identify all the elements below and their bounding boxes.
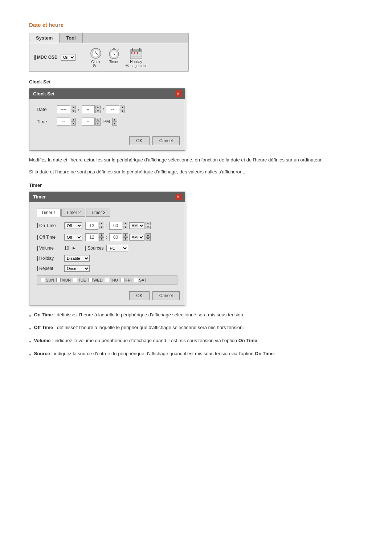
off-time-hour-spinner: 12 ▲ ▼ [85, 233, 104, 241]
day-thu: THU [105, 278, 118, 282]
time-min-up[interactable]: ▲ [95, 118, 101, 122]
timer-on-time-select[interactable]: Off On [64, 222, 82, 229]
timer-ok-button[interactable]: OK [129, 291, 149, 300]
timer-holiday-select[interactable]: Disable Enable [64, 255, 90, 262]
on-time-ampm-down[interactable]: ▼ [146, 226, 151, 229]
day-fri-checkbox[interactable] [120, 278, 124, 282]
date-month-value: ---- [57, 105, 70, 113]
on-time-min-up[interactable]: ▲ [123, 222, 128, 225]
on-time-min-value: 00 [109, 222, 122, 230]
bullet-off-time: • Off Time : définissez l'heure à laquel… [29, 324, 363, 333]
holiday-icon-label: HolidayManagement [126, 60, 147, 68]
timer-volume-arrow[interactable]: ▶ [73, 246, 75, 250]
timer-section-title: Timer [29, 182, 363, 188]
time-ampm-up[interactable]: ▲ [112, 118, 117, 122]
mdc-osd-select[interactable]: On Off [61, 54, 75, 61]
timer-dialog: Timer ✕ Timer 1 Timer 2 Timer 3 On Time … [29, 192, 185, 305]
off-time-hour-arrows: ▲ ▼ [99, 233, 104, 241]
day-fri: FRI [120, 278, 132, 282]
clock-set-icon-item[interactable]: ClockSet [89, 47, 102, 68]
time-ampm-arrows: ▲ ▼ [112, 118, 117, 126]
bullet-dot-2: • [29, 324, 31, 333]
off-time-ampm-up[interactable]: ▲ [146, 233, 151, 237]
timer-close-button[interactable]: ✕ [175, 194, 181, 200]
day-mon: MON [56, 278, 71, 282]
timer-tab-1[interactable]: Timer 1 [37, 209, 61, 217]
off-time-hour-down[interactable]: ▼ [99, 237, 104, 241]
date-month-down[interactable]: ▼ [71, 110, 76, 113]
day-tue: TUE [73, 278, 86, 282]
day-tue-checkbox[interactable] [73, 278, 77, 282]
clock-icon [89, 47, 102, 60]
day-sat-checkbox[interactable] [134, 278, 138, 282]
clock-icon-label: ClockSet [91, 60, 100, 68]
bullet-source-on-time: On Time [255, 351, 274, 356]
clock-set-body: Date ---- ▲ ▼ / -- [29, 99, 185, 135]
time-hour-down[interactable]: ▼ [71, 122, 76, 126]
timer-off-time-select[interactable]: Off On [64, 234, 82, 241]
day-wed-checkbox[interactable] [88, 278, 93, 282]
on-time-ampm-up[interactable]: ▲ [146, 222, 151, 225]
timer-volume-row: Volume 10 ▶ Sources PC HDMI [37, 245, 177, 251]
date-year-up[interactable]: ▲ [120, 106, 125, 109]
timer-sources-label: Sources [85, 246, 103, 251]
off-time-ampm-down[interactable]: ▼ [146, 237, 151, 241]
timer-tabs: Timer 1 Timer 2 Timer 3 [37, 209, 177, 217]
timer-tab-2[interactable]: Timer 2 [61, 209, 85, 217]
date-day-down[interactable]: ▼ [95, 110, 101, 113]
timer-holiday-label: Holiday [37, 256, 61, 261]
bullet-list: • On Time : définissez l'heure à laquell… [29, 311, 363, 360]
off-time-hour-up[interactable]: ▲ [99, 233, 104, 237]
timer-tab-3[interactable]: Timer 3 [86, 209, 110, 217]
clock-ok-button[interactable]: OK [129, 136, 149, 145]
clock-cancel-button[interactable]: Cancel [152, 136, 180, 145]
date-day-spinner: -- ▲ ▼ [82, 105, 101, 113]
date-month-spinner: ---- ▲ ▼ [57, 105, 76, 113]
off-time-ampm-select[interactable]: AM PM [129, 234, 144, 241]
day-wed: WED [88, 278, 103, 282]
bullet-on-time-term: On Time [34, 312, 53, 317]
svg-point-19 [131, 52, 132, 54]
svg-point-20 [134, 52, 135, 54]
date-year-down[interactable]: ▼ [120, 110, 125, 113]
timer-body: Timer 1 Timer 2 Timer 3 On Time Off On 1… [29, 202, 185, 290]
timer-repeat-select[interactable]: Once Daily Weekly [64, 265, 90, 272]
day-fri-label: FRI [125, 278, 132, 282]
date-month-up[interactable]: ▲ [71, 106, 76, 109]
timer-sources-select[interactable]: PC HDMI [106, 245, 128, 251]
on-time-hour-up[interactable]: ▲ [99, 222, 104, 225]
off-time-min-up[interactable]: ▲ [123, 233, 128, 237]
date-year-arrows: ▲ ▼ [120, 106, 125, 113]
on-time-ampm-select[interactable]: AM PM [129, 222, 144, 229]
time-min-down[interactable]: ▼ [95, 122, 101, 126]
time-ampm-down[interactable]: ▼ [112, 122, 117, 126]
timer-cancel-button[interactable]: Cancel [152, 291, 180, 300]
section-date-heure: Date et heure System Tool MDC OSD On Off [29, 22, 363, 360]
off-time-min-down[interactable]: ▼ [123, 237, 128, 241]
svg-line-9 [118, 49, 119, 50]
day-sun-label: SUN [46, 278, 54, 282]
clock-date-label: Date [37, 107, 55, 112]
holiday-icon-item[interactable]: HolidayManagement [126, 47, 147, 68]
time-ampm-label: PM [103, 119, 110, 124]
clock-set-close-button[interactable]: ✕ [175, 90, 181, 97]
mdc-body: MDC OSD On Off [29, 43, 188, 71]
day-mon-checkbox[interactable] [56, 278, 61, 282]
clock-set-dialog-wrapper: Clock Set ✕ Date ---- ▲ ▼ [29, 88, 363, 151]
day-thu-checkbox[interactable] [105, 278, 109, 282]
on-time-min-down[interactable]: ▼ [123, 226, 128, 229]
mdc-tab-system[interactable]: System [29, 33, 60, 43]
on-time-min-arrows: ▲ ▼ [123, 222, 128, 229]
off-time-min-arrows: ▲ ▼ [123, 233, 128, 241]
timer-on-time-label: On Time [37, 223, 61, 228]
timer-icon-item[interactable]: Timer [107, 47, 121, 68]
clock-desc1: Modifiez la date et l'heure actuelles su… [29, 156, 363, 164]
day-sun-checkbox[interactable] [41, 278, 45, 282]
on-time-hour-down[interactable]: ▼ [99, 226, 104, 229]
bullet-dot-1: • [29, 312, 31, 321]
time-hour-up[interactable]: ▲ [71, 118, 76, 122]
mdc-tab-tool[interactable]: Tool [60, 33, 82, 43]
bullet-off-time-text: Off Time : définissez l'heure à laquelle… [34, 324, 244, 331]
timer-off-time-row: Off Time Off On 12 ▲ ▼ : [37, 233, 177, 241]
date-day-up[interactable]: ▲ [95, 106, 101, 109]
